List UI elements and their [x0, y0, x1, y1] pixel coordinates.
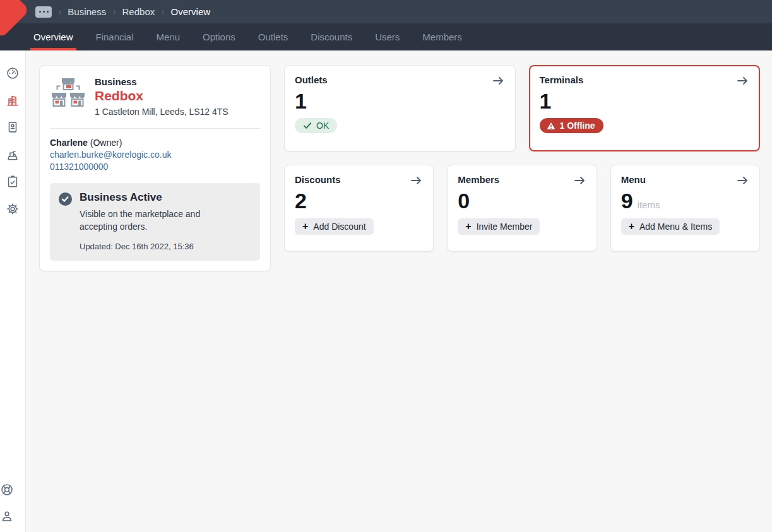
summary-cards-column: Outlets 1 OK — [284, 65, 760, 252]
terminals-badge-label: 1 Offline — [560, 121, 595, 131]
arrow-right-icon — [737, 76, 749, 86]
discounts-card-title: Discounts — [295, 174, 341, 185]
tab-users[interactable]: Users — [372, 23, 403, 50]
sidebar-item-dashboard[interactable] — [6, 66, 20, 80]
outlets-arrow-button[interactable] — [492, 74, 505, 86]
warning-triangle-icon — [547, 122, 555, 130]
terminals-card-title: Terminals — [540, 74, 584, 85]
add-discount-button[interactable]: + Add Discount — [295, 218, 374, 235]
business-type-label: Business — [95, 76, 229, 87]
business-buildings-icon — [6, 93, 20, 107]
menu-card-title: Menu — [621, 174, 646, 185]
chevron-right-icon: › — [112, 7, 116, 17]
tab-members[interactable]: Members — [419, 23, 465, 50]
discounts-count: 2 — [295, 189, 307, 213]
plus-icon: + — [465, 222, 471, 232]
ellipsis-icon — [47, 11, 49, 13]
tab-outlets[interactable]: Outlets — [255, 23, 292, 50]
status-title: Business Active — [80, 191, 251, 204]
storefronts-icon — [50, 76, 86, 109]
invite-member-label: Invite Member — [477, 222, 533, 232]
owner-line: Charlene (Owner) — [50, 138, 260, 148]
sidebar-item-account[interactable] — [0, 509, 14, 523]
outlets-card[interactable]: Outlets 1 OK — [284, 65, 516, 151]
members-card-title: Members — [458, 174, 499, 185]
sidebar-item-terminals[interactable] — [6, 148, 20, 162]
chevron-right-icon: › — [161, 7, 164, 17]
business-header: Business Redbox 1 Castleton Mill, Leeds,… — [50, 76, 260, 117]
tab-options[interactable]: Options — [199, 23, 239, 50]
lifebuoy-help-icon — [0, 483, 14, 497]
owner-role: (Owner) — [90, 138, 122, 148]
business-titles: Business Redbox 1 Castleton Mill, Leeds,… — [95, 76, 229, 117]
sidebar-item-receipts[interactable] — [6, 121, 20, 134]
outlets-count: 1 — [295, 90, 307, 113]
terminals-count: 1 — [540, 90, 552, 113]
tab-financial[interactable]: Financial — [93, 23, 137, 50]
owner-name: Charlene — [50, 138, 88, 148]
members-card[interactable]: Members 0 + Invite Member — [447, 165, 597, 252]
status-updated: Updated: Dec 16th 2022, 15:36 — [80, 242, 251, 251]
check-icon — [303, 122, 312, 129]
menu-arrow-button[interactable] — [737, 174, 749, 186]
arrow-right-icon — [574, 175, 586, 186]
sidebar-item-help[interactable] — [0, 483, 14, 497]
terminals-card[interactable]: Terminals 1 — [529, 65, 761, 151]
business-address: 1 Castleton Mill, Leeds, LS12 4TS — [95, 107, 229, 117]
check-circle-icon — [58, 192, 73, 206]
sidebar-item-tasks[interactable] — [6, 175, 20, 189]
arrow-right-icon — [410, 175, 423, 186]
ellipsis-icon — [39, 11, 41, 13]
tab-overview[interactable]: Overview — [30, 23, 76, 50]
tab-discounts[interactable]: Discounts — [307, 23, 355, 50]
owner-phone-link[interactable]: 011321000000 — [50, 162, 260, 172]
arrow-right-icon — [492, 76, 505, 86]
clipboard-check-icon — [6, 175, 20, 189]
terminals-offline-badge: 1 Offline — [540, 118, 603, 133]
breadcrumb-bar: › Business › Redbox › Overview — [0, 0, 772, 23]
plus-icon: + — [302, 222, 308, 232]
ellipsis-menu-button[interactable] — [35, 6, 52, 18]
cash-register-icon — [6, 148, 20, 162]
summary-cards-row-1: Outlets 1 OK — [284, 65, 760, 151]
outlets-badge-label: OK — [316, 121, 329, 131]
invite-member-button[interactable]: + Invite Member — [458, 218, 540, 235]
tab-menu[interactable]: Menu — [153, 23, 184, 50]
arrow-right-icon — [737, 175, 749, 186]
discounts-arrow-button[interactable] — [410, 174, 423, 186]
status-description: Visible on the marketplace and accepting… — [80, 208, 239, 233]
divider — [50, 128, 260, 129]
add-menu-items-button[interactable]: + Add Menu & Items — [621, 218, 720, 235]
breadcrumb-item-business[interactable]: Business — [68, 6, 106, 17]
discounts-card[interactable]: Discounts 2 + Add Discount — [284, 165, 434, 252]
business-summary-card: Business Redbox 1 Castleton Mill, Leeds,… — [39, 65, 271, 271]
menu-count: 9 — [621, 189, 633, 213]
icon-sidebar — [0, 50, 26, 532]
menu-card[interactable]: Menu 9 items + Add Menu & Items — [610, 165, 760, 252]
owner-email-link[interactable]: charlen.burke@korelogic.co.uk — [50, 150, 260, 160]
sidebar-bottom-group — [0, 483, 25, 526]
sidebar-item-business[interactable] — [6, 93, 20, 107]
main-content: Business Redbox 1 Castleton Mill, Leeds,… — [26, 50, 772, 532]
breadcrumb-item-redbox[interactable]: Redbox — [122, 6, 155, 17]
app-root: › Business › Redbox › Overview Overview … — [0, 0, 772, 532]
add-menu-items-label: Add Menu & Items — [639, 222, 712, 232]
tab-bar: Overview Financial Menu Options Outlets … — [0, 23, 772, 50]
receipt-icon — [6, 121, 20, 134]
ellipsis-icon — [43, 11, 45, 13]
sidebar-item-settings[interactable] — [6, 202, 20, 216]
add-discount-label: Add Discount — [313, 222, 365, 232]
members-count: 0 — [458, 189, 470, 213]
business-status-box: Business Active Visible on the marketpla… — [50, 183, 260, 261]
dashboard-icon — [6, 66, 20, 80]
terminals-arrow-button[interactable] — [737, 74, 749, 86]
chevron-right-icon: › — [58, 7, 61, 17]
person-account-icon — [0, 509, 14, 523]
plus-icon: + — [629, 222, 634, 232]
breadcrumb-item-overview[interactable]: Overview — [171, 6, 211, 17]
business-name: Redbox — [95, 88, 229, 103]
outlets-card-title: Outlets — [295, 74, 328, 85]
status-content: Business Active Visible on the marketpla… — [80, 191, 251, 251]
menu-count-unit: items — [638, 199, 660, 210]
members-arrow-button[interactable] — [574, 174, 586, 186]
